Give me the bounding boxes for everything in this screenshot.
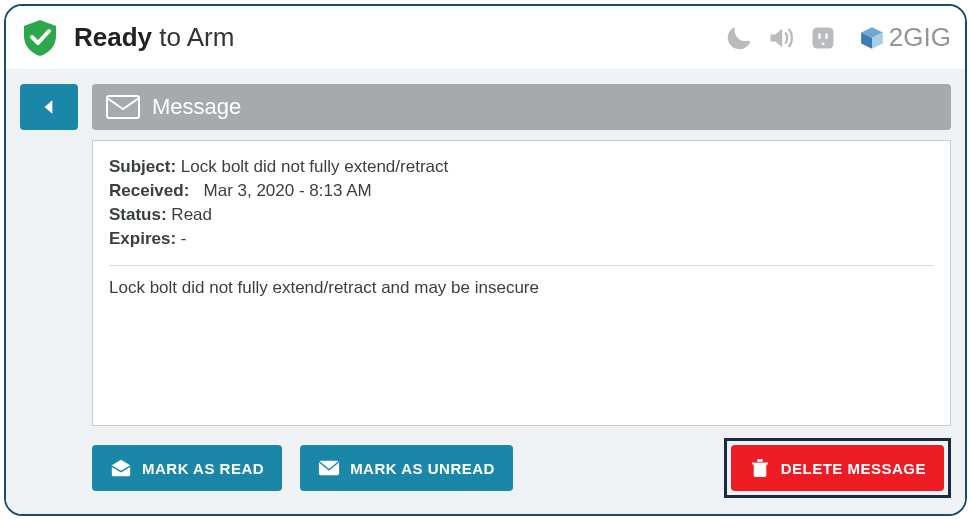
content-area: Message Subject: Lock bolt did not fully…: [6, 70, 965, 514]
delete-button[interactable]: DELETE MESSAGE: [731, 445, 944, 491]
action-bar: MARK AS READ MARK AS UNREAD: [92, 438, 951, 498]
status-label: Status:: [109, 205, 167, 224]
subject-label: Subject:: [109, 157, 176, 176]
page-title-bar: Message: [92, 84, 951, 130]
message-box: Subject: Lock bolt did not fully extend/…: [92, 140, 951, 426]
header-icons: 2GIG: [725, 22, 951, 53]
svg-rect-4: [107, 96, 139, 118]
envelope-icon: [318, 459, 340, 477]
svg-rect-2: [825, 33, 827, 39]
mark-read-button[interactable]: MARK AS READ: [92, 445, 282, 491]
delete-label: DELETE MESSAGE: [781, 460, 926, 477]
envelope-open-icon: [110, 459, 132, 477]
envelope-icon: [106, 95, 140, 119]
svg-point-3: [821, 42, 824, 45]
arm-status-rest: to Arm: [152, 22, 234, 52]
brand-logo: 2GIG: [859, 22, 951, 53]
brand-text: 2GIG: [889, 22, 951, 53]
status-value: Read: [171, 205, 212, 224]
subject-value: Lock bolt did not fully extend/retract: [181, 157, 448, 176]
received-row: Received: Mar 3, 2020 - 8:13 AM: [109, 181, 934, 201]
page-title: Message: [152, 94, 241, 120]
main-panel: Message Subject: Lock bolt did not fully…: [92, 84, 951, 498]
back-button[interactable]: [20, 84, 78, 130]
message-divider: [109, 265, 934, 266]
moon-icon[interactable]: [725, 24, 753, 52]
expires-label: Expires:: [109, 229, 176, 248]
received-label: Received:: [109, 181, 189, 200]
outlet-icon[interactable]: [809, 24, 837, 52]
header-bar: Ready to Arm 2GIG: [6, 6, 965, 70]
subject-row: Subject: Lock bolt did not fully extend/…: [109, 157, 934, 177]
delete-highlight: DELETE MESSAGE: [724, 438, 951, 498]
mark-unread-label: MARK AS UNREAD: [350, 460, 495, 477]
received-value: Mar 3, 2020 - 8:13 AM: [204, 181, 372, 200]
shield-icon: [20, 18, 60, 58]
svg-rect-1: [818, 33, 820, 39]
expires-row: Expires: -: [109, 229, 934, 249]
status-row: Status: Read: [109, 205, 934, 225]
volume-icon[interactable]: [767, 24, 795, 52]
mark-read-label: MARK AS READ: [142, 460, 264, 477]
expires-value: -: [181, 229, 187, 248]
message-body: Lock bolt did not fully extend/retract a…: [109, 278, 934, 298]
trash-icon: [749, 459, 771, 477]
arm-status-strong: Ready: [74, 22, 152, 52]
mark-unread-button[interactable]: MARK AS UNREAD: [300, 445, 513, 491]
device-frame: Ready to Arm 2GIG: [4, 4, 967, 516]
arm-status: Ready to Arm: [74, 22, 234, 53]
svg-rect-5: [319, 461, 339, 476]
